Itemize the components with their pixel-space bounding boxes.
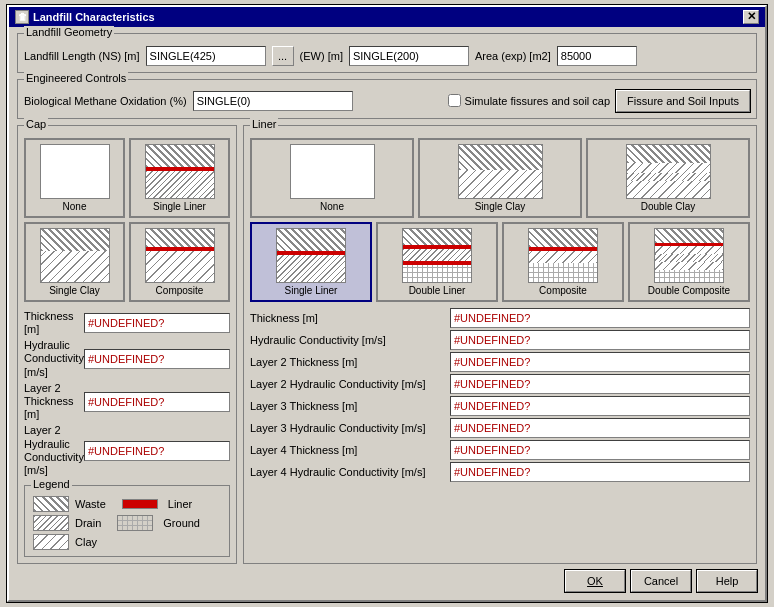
liner-top-options: None Single Clay [250,138,750,218]
length-browse-btn[interactable]: ... [272,46,294,66]
engineered-group: Engineered Controls Biological Methane O… [17,79,757,119]
cap-field-input-3[interactable] [84,441,230,461]
liner-field-label-5: Layer 3 Hydraulic Conductivity [m/s] [250,422,450,434]
cap-field-label-1: Hydraulic Conductivity[m/s] [24,339,84,379]
liner-option-double-liner[interactable]: Double Liner [376,222,498,302]
cap-field-2: Layer 2 Thickness [m] [24,382,230,422]
cap-field-input-1[interactable] [84,349,230,369]
liner-field-label-0: Thickness [m] [250,312,450,324]
liner-label: Liner [168,498,192,510]
fissure-btn[interactable]: Fissure and Soil Inputs [616,90,750,112]
geometry-group: Landfill Geometry Landfill Length (NS) [… [17,33,757,73]
cap-none-label: None [63,201,87,212]
liner-option-single-liner[interactable]: Single Liner [250,222,372,302]
ok-button[interactable]: OK [565,570,625,592]
area-input[interactable] [557,46,637,66]
liner-double-clay-label: Double Clay [641,201,695,212]
simulate-checkbox[interactable] [448,94,461,107]
liner-field-1: Hydraulic Conductivity [m/s] [250,330,750,350]
liner-swatch [122,499,158,509]
geometry-title: Landfill Geometry [24,26,114,38]
liner-option-double-clay[interactable]: Double Clay [586,138,750,218]
cap-field-label-2: Layer 2 Thickness [m] [24,382,84,422]
liner-double-liner-label: Double Liner [409,285,466,296]
cap-title: Cap [24,118,48,130]
liner-title: Liner [250,118,278,130]
liner-double-composite-label: Double Composite [648,285,730,296]
liner-composite-label: Composite [539,285,587,296]
cap-panel: Cap None [17,125,237,564]
liner-field-label-6: Layer 4 Thickness [m] [250,444,450,456]
liner-field-6: Layer 4 Thickness [m] [250,440,750,460]
clay-label: Clay [75,536,97,548]
cap-option-single-clay[interactable]: Single Clay [24,222,125,302]
liner-field-input-4[interactable] [450,396,750,416]
cap-single-liner-label: Single Liner [153,201,206,212]
title-bar: 🗑 Landfill Characteristics ✕ [9,7,765,27]
liner-option-none[interactable]: None [250,138,414,218]
liner-field-label-2: Layer 2 Thickness [m] [250,356,450,368]
liner-field-0: Thickness [m] [250,308,750,328]
cap-option-none[interactable]: None [24,138,125,218]
bottom-buttons: OK Cancel Help [17,570,757,592]
cap-fields: Thickness [m] Hydraulic Conductivity[m/s… [24,310,230,477]
simulate-row: Simulate fissures and soil cap [448,94,611,107]
drain-label: Drain [75,517,101,529]
ground-label: Ground [163,517,200,529]
waste-swatch [33,496,69,512]
cap-field-input-2[interactable] [84,392,230,412]
length-input[interactable] [146,46,266,66]
liner-field-input-5[interactable] [450,418,750,438]
close-button[interactable]: ✕ [743,10,759,24]
length-label: Landfill Length (NS) [m] [24,50,140,62]
window-title: Landfill Characteristics [33,11,155,23]
liner-option-double-composite[interactable]: Double Composite [628,222,750,302]
cap-single-clay-label: Single Clay [49,285,100,296]
main-window: 🗑 Landfill Characteristics ✕ Landfill Ge… [7,5,767,602]
liner-single-liner-label: Single Liner [285,285,338,296]
ew-input[interactable] [349,46,469,66]
liner-field-input-0[interactable] [450,308,750,328]
cap-options-grid: None Single Liner [24,138,230,302]
cap-option-single-liner[interactable]: Single Liner [129,138,230,218]
liner-field-label-7: Layer 4 Hydraulic Conductivity [m/s] [250,466,450,478]
liner-fields: Thickness [m] Hydraulic Conductivity [m/… [250,308,750,482]
ground-swatch [117,515,153,531]
liner-single-clay-label: Single Clay [475,201,526,212]
liner-field-3: Layer 2 Hydraulic Conductivity [m/s] [250,374,750,394]
liner-none-label: None [320,201,344,212]
cap-liner-panels: Cap None [17,125,757,564]
legend-panel: Legend Waste Liner Drain [24,485,230,557]
cap-field-label-0: Thickness [m] [24,310,84,336]
liner-option-composite[interactable]: Composite [502,222,624,302]
cap-field-0: Thickness [m] [24,310,230,336]
liner-field-label-1: Hydraulic Conductivity [m/s] [250,334,450,346]
window-icon: 🗑 [15,10,29,24]
ew-label: (EW) [m] [300,50,343,62]
liner-field-2: Layer 2 Thickness [m] [250,352,750,372]
liner-option-single-clay[interactable]: Single Clay [418,138,582,218]
liner-field-input-1[interactable] [450,330,750,350]
simulate-label: Simulate fissures and soil cap [465,95,611,107]
cap-composite-label: Composite [156,285,204,296]
cap-field-input-0[interactable] [84,313,230,333]
liner-panel: Liner None [243,125,757,564]
liner-bottom-options: Single Liner Double Liner [250,222,750,302]
cap-option-composite[interactable]: Composite [129,222,230,302]
liner-field-input-3[interactable] [450,374,750,394]
drain-swatch [33,515,69,531]
cap-field-3: Layer 2 HydraulicConductivity [m/s] [24,424,230,477]
methane-label: Biological Methane Oxidation (%) [24,95,187,107]
liner-field-input-2[interactable] [450,352,750,372]
legend-title: Legend [31,478,72,490]
cancel-button[interactable]: Cancel [631,570,691,592]
cap-field-1: Hydraulic Conductivity[m/s] [24,339,230,379]
methane-input[interactable] [193,91,353,111]
help-button[interactable]: Help [697,570,757,592]
liner-field-input-6[interactable] [450,440,750,460]
liner-field-label-4: Layer 3 Thickness [m] [250,400,450,412]
liner-field-input-7[interactable] [450,462,750,482]
cap-field-label-3: Layer 2 HydraulicConductivity [m/s] [24,424,84,477]
liner-field-4: Layer 3 Thickness [m] [250,396,750,416]
area-label: Area (exp) [m2] [475,50,551,62]
